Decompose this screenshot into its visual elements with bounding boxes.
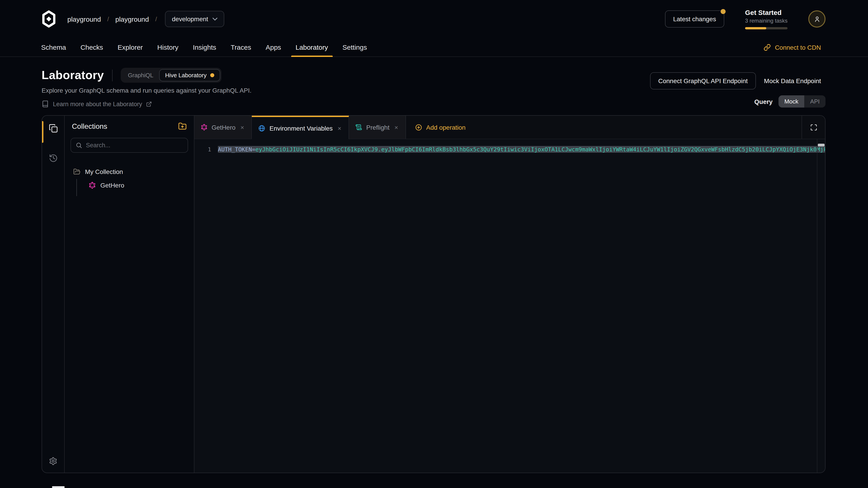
notification-dot [721,9,725,14]
fullscreen-icon [810,124,817,131]
hive-laboratory-page: playground / playground / development La… [0,0,868,488]
env-var-name: AUTH_TOKEN [218,146,252,153]
tab-label: Preflight [366,124,390,131]
collections-rail-icon[interactable] [49,124,58,133]
collections-title: Collections [72,122,107,130]
add-operation-button[interactable]: Add operation [406,116,474,139]
connect-to-cdn-link[interactable]: Connect to CDN [764,38,821,57]
search-input[interactable] [86,142,183,149]
user-avatar[interactable] [808,10,826,28]
breadcrumb-project[interactable]: playground [115,15,149,23]
tab-gethero[interactable]: GetHero × [194,116,252,139]
nav-tab-apps[interactable]: Apps [258,38,288,57]
get-started-progress-fill [745,27,766,29]
query-label: Query [754,98,773,105]
graphql-icon [89,182,96,189]
endpoint-buttons-row: Connect GraphQL API Endpoint Mock Data E… [650,72,826,90]
chevron-down-icon [213,18,218,21]
gear-icon [49,457,57,465]
history-rail-icon[interactable] [49,154,58,163]
editor-scrollbar-thumb[interactable] [818,144,825,147]
learn-more-label: Learn more about the Laboratory [53,101,142,107]
close-tab-icon[interactable]: × [337,125,342,132]
fullscreen-button[interactable] [802,116,825,139]
get-started-progress-track [745,27,787,29]
editor-scrollbar-track [817,139,817,473]
title-divider [112,69,113,81]
collection-folder-label: My Collection [85,168,123,175]
nav-tab-history[interactable]: History [150,38,186,57]
tab-label: Environment Variables [270,125,333,132]
nav-tab-explorer[interactable]: Explorer [110,38,150,57]
line-number: 1 [194,145,218,154]
query-target-row: Query Mock API [754,95,826,107]
laboratory-panel: Collections My Collection GetHero [41,115,826,473]
latest-changes-label: Latest changes [673,15,716,23]
get-started-title: Get Started [745,8,787,16]
graphql-icon [201,124,208,131]
tab-label: GetHero [212,124,236,131]
hive-laboratory-toggle-label: Hive Laboratory [165,72,207,78]
workspace-tabstrip: GetHero × Environment Variables × Prefli… [194,116,825,139]
nav-tab-traces[interactable]: Traces [223,38,258,57]
get-started-subtitle: 3 remaining tasks [745,18,787,24]
code-line-1: 1 AUTH_TOKEN=eyJhbGciOiJIUzI1NiIsInR5cCI… [194,139,825,154]
hive-logo-icon[interactable] [40,10,57,28]
get-started-widget[interactable]: Get Started 3 remaining tasks [745,8,787,29]
hive-laboratory-toggle-option[interactable]: Hive Laboratory [159,69,220,81]
tab-environment-variables[interactable]: Environment Variables × [252,116,349,139]
env-var-value: eyJhbGciOiJIUzI1NiIsInR5cCI6IkpXVCJ9.eyJ… [255,146,825,153]
collection-children: GetHero [76,180,188,191]
folder-open-icon [73,168,81,175]
operation-label: GetHero [100,182,124,189]
book-icon [41,100,49,107]
scroll-icon [355,124,362,131]
new-collection-folder-plus-icon[interactable] [178,122,187,131]
close-tab-icon[interactable]: × [394,124,399,131]
nav-tab-settings[interactable]: Settings [335,38,374,57]
environment-selector[interactable]: development [165,11,224,27]
page-scrollbar-thumb[interactable] [52,486,65,488]
link-icon [764,43,771,51]
editor-column: GetHero × Environment Variables × Prefli… [194,116,825,473]
collections-search [70,138,188,153]
collections-header: Collections [70,122,188,131]
globe-icon [258,125,266,132]
nav-tab-schema[interactable]: Schema [34,38,73,57]
learn-more-link[interactable]: Learn more about the Laboratory [41,100,152,107]
breadcrumb-separator: / [107,15,109,23]
nav-tab-insights[interactable]: Insights [186,38,223,57]
equals-sign: = [252,146,255,153]
tabstrip-spacer [475,116,802,139]
hive-laboratory-active-dot [210,73,214,77]
latest-changes-button[interactable]: Latest changes [665,10,724,28]
endpoint-actions: Connect GraphQL API Endpoint Mock Data E… [650,72,826,107]
collection-folder-item[interactable]: My Collection [70,166,188,177]
query-api-option[interactable]: API [804,95,826,107]
query-mock-option[interactable]: Mock [778,95,804,107]
environment-selector-label: development [172,15,208,23]
top-header: playground / playground / development La… [0,0,868,38]
nav-tab-checks[interactable]: Checks [73,38,110,57]
primary-nav: Schema Checks Explorer History Insights … [0,38,868,57]
tab-preflight[interactable]: Preflight × [349,116,406,139]
code-content[interactable]: AUTH_TOKEN=eyJhbGciOiJIUzI1NiIsInR5cCI6I… [218,145,825,154]
nav-tab-laboratory[interactable]: Laboratory [288,38,335,57]
close-tab-icon[interactable]: × [240,124,245,131]
connect-to-cdn-label: Connect to CDN [775,43,821,51]
settings-gear-button[interactable] [42,457,64,465]
environment-variables-editor[interactable]: 1 AUTH_TOKEN=eyJhbGciOiJIUzI1NiIsInR5cCI… [194,139,825,473]
active-rail-indicator [42,121,43,143]
graphiql-toggle-option[interactable]: GraphiQL [122,70,159,81]
header-right-cluster: Latest changes Get Started 3 remaining t… [665,8,826,29]
breadcrumb-org[interactable]: playground [67,15,101,23]
operation-item-gethero[interactable]: GetHero [87,180,188,191]
connect-graphql-endpoint-button[interactable]: Connect GraphQL API Endpoint [650,72,756,90]
page-title: Laboratory [41,68,104,82]
mock-data-endpoint-button[interactable]: Mock Data Endpoint [760,73,826,89]
collections-sidebar: Collections My Collection GetHero [65,116,194,473]
breadcrumb: playground / playground / [67,15,157,23]
query-target-segmented: Mock API [778,95,826,107]
sidebar-icon-rail [42,116,65,473]
breadcrumb-separator: / [155,15,157,23]
